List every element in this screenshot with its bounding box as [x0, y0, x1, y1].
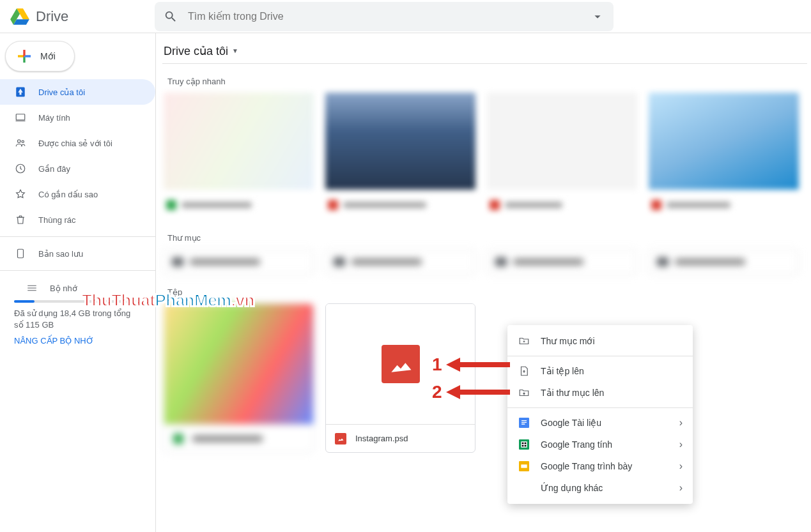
sheets-icon — [518, 439, 530, 450]
menu-upload-file[interactable]: Tải tệp lên — [507, 360, 693, 382]
header-bar: Drive — [0, 0, 811, 33]
storage-text: Đã sử dụng 18,4 GB trong tổng số 115 GB — [14, 308, 141, 331]
chevron-down-icon: ▼ — [232, 47, 238, 54]
storage-icon — [26, 282, 38, 294]
file-card-instagram[interactable]: Instagram.psd — [325, 303, 475, 453]
chevron-right-icon: › — [679, 460, 683, 472]
breadcrumb[interactable]: Drive của tôi ▼ — [162, 38, 807, 64]
folder-item[interactable] — [649, 249, 799, 275]
watermark-part3: .vn — [231, 291, 254, 310]
sidebar-item-label: Thùng rác — [38, 215, 76, 225]
sidebar-item-label: Máy tính — [38, 113, 70, 123]
sidebar-item-my-drive[interactable]: Drive của tôi — [0, 79, 155, 105]
upload-folder-icon — [518, 387, 530, 399]
search-bar[interactable] — [155, 2, 614, 31]
divider — [0, 236, 155, 237]
folders-label: Thư mục — [167, 233, 811, 243]
svg-rect-0 — [16, 114, 25, 120]
sidebar-item-computers[interactable]: Máy tính — [0, 105, 155, 130]
annotation-number: 1 — [432, 354, 442, 375]
annotation-arrow-1: 1 — [432, 354, 510, 375]
sidebar-item-label: Bản sao lưu — [38, 249, 83, 259]
sidebar-item-shared[interactable]: Được chia sẻ với tôi — [0, 130, 155, 156]
quick-access-card[interactable] — [649, 93, 799, 220]
menu-label: Tải thư mục lên — [541, 388, 683, 398]
file-name: Instagram.psd — [355, 434, 408, 443]
folder-item[interactable] — [164, 249, 314, 275]
divider — [0, 270, 155, 271]
quick-access-card[interactable] — [164, 93, 314, 220]
drive-icon — [14, 86, 27, 98]
backup-icon — [14, 248, 27, 259]
sidebar-item-trash[interactable]: Thùng rác — [0, 207, 155, 232]
sidebar-item-starred[interactable]: Có gắn dấu sao — [0, 181, 155, 207]
star-icon — [14, 188, 27, 200]
svg-rect-9 — [521, 464, 527, 467]
file-card[interactable] — [164, 303, 314, 453]
clock-icon — [14, 163, 27, 174]
watermark-part2: PhanMem — [155, 291, 231, 310]
menu-label: Tải tệp lên — [541, 366, 683, 376]
folder-item[interactable] — [487, 249, 637, 275]
drive-logo[interactable]: Drive — [9, 6, 155, 27]
sidebar-item-label: Drive của tôi — [38, 87, 85, 97]
watermark: ThuThuatPhanMem.vn — [82, 291, 254, 310]
quick-access-card[interactable] — [487, 93, 637, 220]
quick-access-label: Truy cập nhanh — [167, 77, 811, 86]
search-options-icon[interactable] — [591, 10, 605, 24]
menu-label: Google Trang trình bày — [541, 461, 679, 471]
image-icon — [382, 345, 420, 383]
folder-item[interactable] — [325, 249, 475, 275]
folders-row — [162, 249, 811, 275]
menu-google-slides[interactable]: Google Trang trình bày › — [507, 455, 693, 477]
trash-icon — [14, 214, 27, 225]
chevron-right-icon: › — [679, 417, 683, 429]
storage-title: Bộ nhớ — [50, 284, 77, 293]
menu-more-apps[interactable]: Ứng dụng khác › — [507, 477, 693, 499]
context-menu: Thư mục mới Tải tệp lên Tải thư mục lên … — [507, 325, 693, 504]
search-input[interactable] — [188, 11, 591, 22]
image-icon — [335, 433, 346, 445]
svg-point-2 — [22, 141, 24, 142]
people-icon — [14, 137, 27, 149]
annotation-arrow-2: 2 — [432, 382, 510, 402]
menu-google-docs[interactable]: Google Tài liệu › — [507, 412, 693, 434]
quick-access-row — [162, 93, 811, 220]
menu-label: Google Trang tính — [541, 439, 679, 450]
new-button[interactable]: Mới — [5, 41, 75, 72]
svg-rect-4 — [18, 249, 24, 258]
plus-icon — [15, 47, 34, 66]
quick-access-card[interactable] — [325, 93, 475, 220]
files-row: Instagram.psd — [162, 303, 811, 453]
search-icon — [164, 10, 178, 24]
menu-new-folder[interactable]: Thư mục mới — [507, 330, 693, 352]
breadcrumb-label: Drive của tôi — [164, 44, 228, 58]
upgrade-storage-link[interactable]: NÂNG CẤP BỘ NHỚ — [14, 336, 141, 346]
menu-label: Google Tài liệu — [541, 418, 679, 428]
computer-icon — [14, 112, 27, 123]
sidebar: Mới Drive của tôi Máy tính Được chia sẻ … — [0, 33, 156, 532]
files-label: Tệp — [167, 287, 811, 297]
annotation-number: 2 — [432, 382, 442, 402]
sidebar-item-backups[interactable]: Bản sao lưu — [0, 241, 155, 266]
watermark-part1: ThuThuat — [82, 291, 155, 310]
divider — [507, 356, 693, 356]
chevron-right-icon: › — [679, 439, 683, 450]
sidebar-item-recent[interactable]: Gần đây — [0, 156, 155, 181]
sidebar-item-label: Có gắn dấu sao — [38, 190, 98, 199]
chevron-right-icon: › — [679, 482, 683, 494]
upload-file-icon — [518, 365, 530, 377]
drive-icon — [9, 6, 31, 27]
menu-google-sheets[interactable]: Google Trang tính › — [507, 434, 693, 455]
divider — [507, 407, 693, 408]
svg-point-1 — [18, 140, 21, 143]
sidebar-item-label: Được chia sẻ với tôi — [38, 139, 112, 148]
menu-label: Thư mục mới — [541, 336, 683, 346]
menu-label: Ứng dụng khác — [541, 483, 679, 493]
sidebar-item-label: Gần đây — [38, 164, 70, 174]
app-name: Drive — [36, 8, 68, 25]
new-folder-icon — [518, 335, 530, 347]
slides-icon — [518, 461, 530, 471]
menu-upload-folder[interactable]: Tải thư mục lên — [507, 382, 693, 404]
main-content: Drive của tôi ▼ Truy cập nhanh Thư mục T… — [156, 33, 811, 532]
